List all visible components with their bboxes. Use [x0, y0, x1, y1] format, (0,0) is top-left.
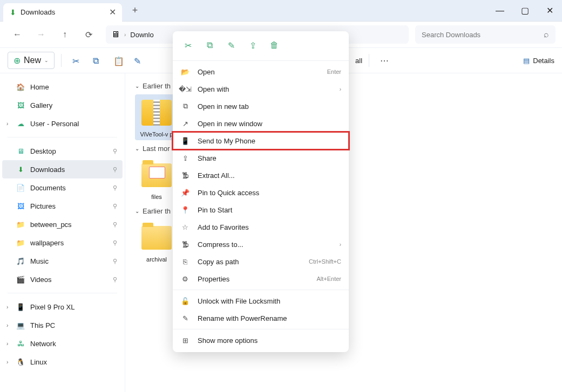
ctx-open-with[interactable]: �⇲Open with›	[173, 80, 349, 98]
search-box[interactable]: ⌕	[415, 25, 556, 44]
ctx-share-button[interactable]: ⇪	[243, 37, 262, 54]
sidebar-item-label: User - Personal	[30, 120, 79, 128]
sidebar-item-wallpapers[interactable]: 📁wallpapers⚲	[2, 233, 123, 252]
copy-button[interactable]: ⧉	[89, 52, 106, 69]
videos-icon: 🎬	[16, 275, 25, 284]
pin-icon: ⚲	[113, 203, 117, 210]
refresh-button[interactable]: ⟳	[78, 25, 99, 44]
pin-icon: ⚲	[113, 258, 117, 265]
ctx-send-to-my-phone[interactable]: 📱Send to My Phone	[173, 132, 349, 149]
ctx-show-more-options[interactable]: ⊞ Show more options	[173, 332, 349, 349]
tab-downloads[interactable]: ⬇ Downloads ✕	[3, 3, 122, 22]
search-input[interactable]	[422, 31, 544, 39]
sidebar-item-label: Network	[30, 340, 56, 348]
sidebar-item-this-pc[interactable]: ›💻This PC	[2, 316, 123, 334]
file-item[interactable]: files	[135, 157, 178, 203]
chevron-down-icon: ⌄	[44, 58, 49, 63]
sidebar-item-videos[interactable]: 🎬Videos⚲	[2, 270, 123, 288]
context-menu-divider	[173, 290, 349, 290]
paste-button[interactable]: 📋	[109, 52, 126, 69]
ctx-unlock-with-file-locksmith[interactable]: 🔓Unlock with File Locksmith	[173, 292, 349, 310]
zip-icon	[141, 100, 172, 126]
details-label: Details	[533, 57, 554, 65]
sidebar-item-label: Home	[30, 83, 49, 91]
tab-close-button[interactable]: ✕	[108, 8, 117, 17]
sidebar-item-label: between_pcs	[30, 221, 72, 229]
ctx-open[interactable]: 📂OpenEnter	[173, 63, 349, 80]
chevron-right-icon: ›	[6, 304, 8, 310]
ctx-rename-with-powerrename[interactable]: ✎Rename with PowerRename	[173, 310, 349, 327]
copy-icon: ⧉	[207, 40, 213, 50]
chevron-right-icon: ›	[340, 242, 341, 247]
sidebar-item-network[interactable]: ›🖧Network	[2, 334, 123, 353]
folder-icon	[141, 226, 172, 250]
ctx-copy-button[interactable]: ⧉	[200, 37, 219, 54]
sidebar-item-linux[interactable]: ›🐧Linux	[2, 353, 123, 371]
toolbar-divider	[61, 54, 62, 67]
sidebar-item-gallery[interactable]: 🖼Gallery	[2, 96, 123, 114]
details-view-button[interactable]: ▤ Details	[523, 57, 554, 65]
ctx-pin-to-start[interactable]: 📍Pin to Start	[173, 201, 349, 218]
ctx-item-icon: ⎘	[180, 258, 190, 266]
ctx-item-label: Add to Favorites	[198, 223, 249, 231]
forward-button[interactable]: →	[30, 25, 52, 44]
up-button[interactable]: ↑	[54, 25, 76, 44]
ctx-rename-button[interactable]: ✎	[221, 37, 241, 54]
download-icon: ⬇	[10, 8, 16, 17]
details-icon: ▤	[523, 57, 530, 65]
sidebar-item-between_pcs[interactable]: 📁between_pcs⚲	[2, 215, 123, 233]
file-item[interactable]: ViVeTool-v p	[135, 94, 178, 140]
minimize-button[interactable]: —	[487, 0, 512, 22]
ctx-copy-as-path[interactable]: ⎘Copy as pathCtrl+Shift+C	[173, 253, 349, 270]
file-item[interactable]: archival	[135, 219, 178, 265]
more-button[interactable]: ⋯	[376, 52, 393, 69]
tab-title: Downloads	[21, 8, 104, 16]
desktop-icon: 🖥	[16, 147, 25, 155]
chevron-right-icon: ›	[6, 359, 8, 365]
ctx-compress-to-[interactable]: 🗜Compress to...›	[173, 236, 349, 253]
file-label: files	[151, 194, 162, 201]
ctx-pin-to-quick-access[interactable]: 📌Pin to Quick access	[173, 184, 349, 201]
between_pcs-icon: 📁	[16, 220, 25, 229]
sidebar-item-documents[interactable]: 📄Documents⚲	[2, 178, 123, 197]
select-all-label[interactable]: all	[355, 57, 362, 65]
ctx-item-label: Extract All...	[198, 171, 235, 180]
folder-icon	[141, 163, 172, 187]
ctx-properties[interactable]: ⚙PropertiesAlt+Enter	[173, 270, 349, 287]
maximize-button[interactable]: ▢	[512, 0, 537, 22]
ctx-delete-button[interactable]: 🗑	[265, 37, 284, 54]
context-menu-top-row: ✂ ⧉ ✎ ⇪ 🗑	[173, 35, 349, 58]
ctx-item-label: Share	[198, 154, 216, 162]
sidebar-item-user---personal[interactable]: ›☁User - Personal	[2, 114, 123, 133]
ctx-add-to-favorites[interactable]: ☆Add to Favorites	[173, 218, 349, 236]
ctx-open-in-new-tab[interactable]: ⧉Open in new tab	[173, 98, 349, 115]
gallery-icon: 🖼	[16, 101, 25, 109]
ctx-extract-all-[interactable]: 🗜Extract All...	[173, 167, 349, 184]
back-button[interactable]: ←	[6, 25, 28, 44]
close-window-button[interactable]: ✕	[537, 0, 562, 22]
plus-icon: ⊕	[13, 56, 21, 66]
chevron-down-icon: ⌄	[135, 208, 139, 214]
ctx-item-icon: 🗜	[180, 240, 190, 249]
sidebar-item-pictures[interactable]: 🖼Pictures⚲	[2, 197, 123, 215]
ctx-item-label: Open with	[198, 85, 229, 93]
titlebar: ⬇ Downloads ✕ + — ▢ ✕	[0, 0, 562, 22]
ctx-item-hint: Ctrl+Shift+C	[309, 258, 341, 265]
ctx-share[interactable]: ⇪Share	[173, 149, 349, 167]
ctx-item-label: Pin to Start	[198, 206, 232, 214]
sidebar-item-downloads[interactable]: ⬇Downloads⚲	[2, 160, 123, 178]
ctx-cut-button[interactable]: ✂	[178, 37, 198, 54]
sidebar-item-pixel-9-pro-xl[interactable]: ›📱Pixel 9 Pro XL	[2, 298, 123, 316]
sidebar-item-home[interactable]: 🏠Home	[2, 78, 123, 96]
new-tab-button[interactable]: +	[125, 3, 145, 19]
cut-button[interactable]: ✂	[68, 52, 85, 69]
rename-button[interactable]: ✎	[130, 52, 147, 69]
ctx-open-in-new-window[interactable]: ↗Open in new window	[173, 115, 349, 132]
sidebar-item-desktop[interactable]: 🖥Desktop⚲	[2, 142, 123, 160]
sidebar-item-label: Desktop	[30, 147, 56, 155]
documents-icon: 📄	[16, 183, 25, 192]
new-button[interactable]: ⊕ New ⌄	[8, 52, 55, 69]
sidebar-item-label: Pixel 9 Pro XL	[30, 303, 75, 311]
breadcrumb-part[interactable]: Downlo	[130, 31, 153, 39]
sidebar-item-music[interactable]: 🎵Music⚲	[2, 252, 123, 270]
